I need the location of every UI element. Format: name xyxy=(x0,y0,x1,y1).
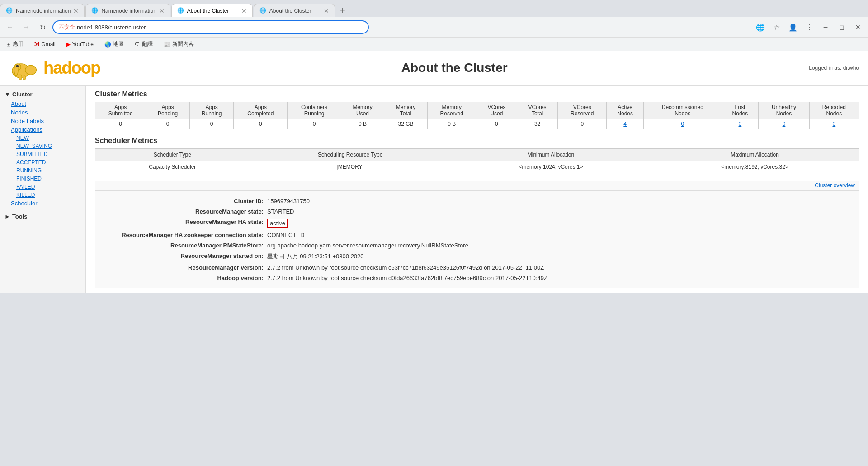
sidebar-item-about[interactable]: About xyxy=(0,100,85,108)
sched-col-max-alloc: Maximum Allocation xyxy=(651,149,859,161)
tab-favicon-2: 🌐 xyxy=(91,7,99,14)
sidebar-item-accepted[interactable]: ACCEPTED xyxy=(0,158,85,166)
info-label-rmstate-store: ResourceManager RMStateStore: xyxy=(104,242,267,249)
tab-close-2[interactable]: ✕ xyxy=(159,7,165,14)
forward-button[interactable]: → xyxy=(20,21,33,33)
val-active-nodes[interactable]: 4 xyxy=(607,119,644,129)
val-vcores-total: 32 xyxy=(517,119,558,129)
translate-bookmark-icon: 🗨 xyxy=(135,41,140,48)
close-icon[interactable]: ✕ xyxy=(852,21,864,33)
scheduler-metrics-title: Scheduler Metrics xyxy=(95,137,859,145)
sidebar-cluster-header[interactable]: ▼ Cluster xyxy=(0,89,85,100)
profile-icon[interactable]: 👤 xyxy=(787,21,799,33)
sidebar-item-applications[interactable]: Applications xyxy=(0,125,85,134)
sidebar-item-running[interactable]: RUNNING xyxy=(0,166,85,175)
refresh-button[interactable]: ↻ xyxy=(36,21,49,33)
maximize-icon[interactable]: ◻ xyxy=(835,21,848,33)
sidebar-tools-header[interactable]: ► Tools xyxy=(0,211,85,222)
sidebar-item-finished[interactable]: FINISHED xyxy=(0,175,85,183)
col-vcores-used: VCoresUsed xyxy=(476,102,517,119)
content-area: Cluster Metrics AppsSubmitted AppsPendin… xyxy=(86,86,868,293)
col-rebooted-nodes: RebootedNodes xyxy=(809,102,859,119)
val-apps-completed: 0 xyxy=(234,119,288,129)
val-rebooted-nodes[interactable]: 0 xyxy=(809,119,859,129)
sidebar-item-failed[interactable]: FAILED xyxy=(0,183,85,191)
bookmark-news[interactable]: 📰 新聞內容 xyxy=(161,39,197,49)
tab-bar: 🌐 Namenode information ✕ 🌐 Namenode info… xyxy=(0,0,868,17)
new-tab-button[interactable]: + xyxy=(336,4,349,17)
sidebar-item-killed[interactable]: KILLED xyxy=(0,191,85,199)
cluster-overview-link-row: Cluster overview xyxy=(95,181,859,191)
sidebar-item-new-saving[interactable]: NEW_SAVING xyxy=(0,142,85,150)
translate-icon[interactable]: 🌐 xyxy=(754,21,767,33)
bookmark-apps-label: 應用 xyxy=(13,40,24,48)
bookmark-translate-label: 翻譯 xyxy=(142,40,153,48)
bookmark-maps-label: 地圖 xyxy=(113,40,124,48)
hadoop-logo: hadoop xyxy=(9,54,100,81)
address-bar-row: ← → ↻ 不安全 node1:8088/cluster/cluster 🌐 ☆… xyxy=(0,17,868,37)
tab-close-4[interactable]: ✕ xyxy=(324,7,329,14)
scheduler-header-row: Scheduler Type Scheduling Resource Type … xyxy=(95,149,859,161)
val-memory-total: 32 GB xyxy=(384,119,427,129)
bookmark-star-icon[interactable]: ☆ xyxy=(770,21,783,33)
tab-3[interactable]: 🌐 About the Cluster ✕ xyxy=(171,4,253,17)
val-unhealthy-nodes[interactable]: 0 xyxy=(759,119,809,129)
sidebar-item-scheduler[interactable]: Scheduler xyxy=(0,199,85,208)
info-label-zookeeper: ResourceManager HA zookeeper connection … xyxy=(104,232,267,238)
sched-val-max-alloc: <memory:8192, vCores:32> xyxy=(651,161,859,173)
val-vcores-reserved: 0 xyxy=(558,119,607,129)
insecure-icon: 不安全 xyxy=(59,24,75,31)
bookmark-gmail[interactable]: M Gmail xyxy=(32,40,58,48)
val-lost-nodes[interactable]: 0 xyxy=(722,119,759,129)
menu-icon[interactable]: ⋮ xyxy=(803,21,816,33)
info-row-rm-state: ResourceManager state: STARTED xyxy=(104,206,849,217)
sidebar-item-submitted[interactable]: SUBMITTED xyxy=(0,150,85,158)
bookmark-maps[interactable]: 🌏 地圖 xyxy=(102,39,127,49)
tab-4[interactable]: 🌐 About the Cluster ✕ xyxy=(254,4,335,17)
tab-close-3[interactable]: ✕ xyxy=(241,7,247,14)
scheduler-metrics-table: Scheduler Type Scheduling Resource Type … xyxy=(95,148,859,173)
bookmark-apps[interactable]: ⊞ 應用 xyxy=(4,39,26,49)
tab-title-1: Namenode information xyxy=(16,8,71,14)
maps-icon: 🌏 xyxy=(104,41,111,48)
tab-title-3: About the Cluster xyxy=(187,8,239,14)
bookmark-translate[interactable]: 🗨 翻譯 xyxy=(132,39,156,49)
sched-col-min-alloc: Minimum Allocation xyxy=(451,149,651,161)
info-row-rm-ha-state: ResourceManager HA state: active xyxy=(104,217,849,230)
val-decommissioned-nodes[interactable]: 0 xyxy=(644,119,722,129)
info-row-hadoop-version: Hadoop version: 2.7.2 from Unknown by ro… xyxy=(104,273,849,283)
col-unhealthy-nodes: UnhealthyNodes xyxy=(759,102,809,119)
sidebar-item-node-labels[interactable]: Node Labels xyxy=(0,117,85,125)
tab-favicon-3: 🌐 xyxy=(177,7,184,14)
tab-1[interactable]: 🌐 Namenode information ✕ xyxy=(0,4,85,17)
address-box[interactable]: 不安全 node1:8088/cluster/cluster xyxy=(52,20,369,34)
svg-rect-6 xyxy=(23,76,26,80)
sidebar-item-new[interactable]: NEW xyxy=(0,134,85,142)
address-text: node1:8088/cluster/cluster xyxy=(77,24,363,31)
bookmarks-bar: ⊞ 應用 M Gmail ▶ YouTube 🌏 地圖 🗨 翻譯 📰 新聞內容 xyxy=(0,37,868,51)
bookmark-youtube[interactable]: ▶ YouTube xyxy=(64,40,96,48)
sched-col-type: Scheduler Type xyxy=(95,149,250,161)
back-button[interactable]: ← xyxy=(4,21,16,33)
info-value-rmstate-store: org.apache.hadoop.yarn.server.resourcema… xyxy=(267,242,468,249)
sched-val-resource-type: [MEMORY] xyxy=(250,161,451,173)
bookmark-youtube-label: YouTube xyxy=(72,41,94,48)
cluster-info-section: Cluster ID: 1596979431750 ResourceManage… xyxy=(95,191,859,288)
col-vcores-reserved: VCoresReserved xyxy=(558,102,607,119)
metrics-data-row: 0 0 0 0 0 0 B 32 GB 0 B 0 32 0 4 xyxy=(95,119,859,129)
metrics-header-row: AppsSubmitted AppsPending AppsRunning Ap… xyxy=(95,102,859,119)
tab-favicon-1: 🌐 xyxy=(6,7,13,14)
cluster-overview-link[interactable]: Cluster overview xyxy=(815,182,855,189)
minimize-icon[interactable]: − xyxy=(819,21,832,33)
col-active-nodes: ActiveNodes xyxy=(607,102,644,119)
page-header: hadoop About the Cluster Logged in as: d… xyxy=(0,51,868,86)
tab-close-1[interactable]: ✕ xyxy=(73,7,79,14)
sched-val-type: Capacity Scheduler xyxy=(95,161,250,173)
svg-rect-5 xyxy=(19,75,22,80)
sidebar-item-nodes[interactable]: Nodes xyxy=(0,108,85,117)
info-value-rm-state: STARTED xyxy=(267,208,294,215)
col-decommissioned-nodes: DecommissionedNodes xyxy=(644,102,722,119)
cluster-metrics-title: Cluster Metrics xyxy=(95,90,859,98)
tab-2[interactable]: 🌐 Namenode information ✕ xyxy=(85,4,170,17)
tab-favicon-4: 🌐 xyxy=(259,7,267,14)
